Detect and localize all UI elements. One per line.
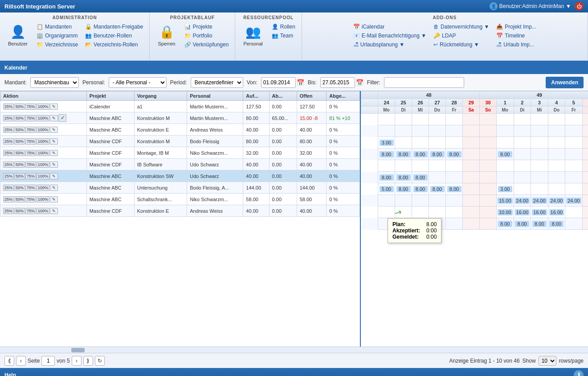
hscroll-bar[interactable] (0, 347, 588, 353)
ribbon-link-urlaub-imp[interactable]: 🏖 Urlaub Imp... (494, 41, 538, 49)
btn-100[interactable]: 100% (37, 127, 49, 133)
filter-input[interactable] (384, 77, 464, 88)
btn-50[interactable]: 50% (14, 103, 25, 110)
edit-button[interactable]: ✎ (50, 127, 58, 133)
refresh-button[interactable]: ↻ (95, 356, 105, 366)
btn-50[interactable]: 50% (14, 138, 25, 145)
btn-50[interactable]: 50% (14, 196, 25, 202)
btn-25[interactable]: 25% (3, 103, 14, 110)
table-row[interactable]: 25% 50% 75% 100% ✎Maschine ABCSchaltschr… (0, 194, 360, 205)
btn-100[interactable]: 100% (37, 185, 49, 191)
next-page-button[interactable]: › (72, 356, 82, 366)
btn-50[interactable]: 50% (14, 127, 25, 133)
table-row[interactable]: 25% 50% 75% 100% ✎✓Maschine ABCKonstrukt… (0, 112, 360, 124)
btn-25[interactable]: 25% (3, 150, 14, 156)
table-wrapper[interactable]: Aktion Projekt Vorgang Personal Auf... A… (0, 91, 360, 347)
ribbon-item-benutzer[interactable]: 👤 Benutzer (4, 23, 31, 48)
btn-75[interactable]: 75% (25, 185, 36, 191)
edit-button[interactable]: ✎ (50, 173, 58, 179)
btn-25[interactable]: 25% (3, 185, 14, 191)
ribbon-item-sperren[interactable]: 🔒 Sperren (154, 23, 179, 48)
ribbon-link-projekt-imp[interactable]: 📥 Projekt Imp... (494, 23, 538, 31)
first-page-button[interactable]: ⟪ (4, 356, 14, 366)
btn-100[interactable]: 100% (37, 103, 49, 110)
btn-25[interactable]: 25% (3, 208, 14, 214)
btn-100[interactable]: 100% (37, 208, 49, 214)
edit-button[interactable]: ✎ (50, 196, 58, 202)
edit-button[interactable]: ✎ (50, 150, 58, 156)
table-row[interactable]: 25% 50% 75% 100% ✎Maschine CDFIB Softwar… (0, 159, 360, 170)
page-number-input[interactable] (41, 356, 55, 366)
edit-button[interactable]: ✎ (50, 161, 58, 168)
hscroll-thumb[interactable] (71, 348, 85, 352)
btn-25[interactable]: 25% (3, 138, 14, 145)
btn-50[interactable]: 50% (14, 208, 25, 214)
ribbon-link-email[interactable]: 📧 E-Mail Benachrichtigung ▼ (351, 32, 428, 40)
prev-page-button[interactable]: ‹ (16, 356, 26, 366)
mandant-select[interactable]: Maschinenbau (30, 77, 79, 88)
btn-25[interactable]: 25% (3, 196, 14, 202)
table-row[interactable]: 25% 50% 75% 100% ✎Maschine CDFKonstrukti… (0, 205, 360, 217)
edit-button[interactable]: ✎ (50, 138, 58, 145)
btn-100[interactable]: 100% (37, 196, 49, 202)
btn-75[interactable]: 75% (25, 115, 36, 121)
btn-100[interactable]: 100% (37, 161, 49, 168)
period-select[interactable]: Benutzerdefinier (191, 77, 243, 88)
btn-75[interactable]: 75% (25, 138, 36, 145)
ribbon-link-verzeichnis-rollen[interactable]: 📂 Verzeichnis-Rollen (83, 41, 145, 49)
btn-25[interactable]: 25% (3, 161, 14, 168)
power-button[interactable]: ⏻ (575, 2, 584, 11)
ribbon-link-urlaubsplanung[interactable]: 🏖 Urlaubsplanung ▼ (351, 41, 428, 49)
bis-input[interactable] (320, 77, 355, 88)
calendar-area[interactable]: 484924252627282930123456MoDiMiDoFrSaSoMo… (361, 91, 588, 347)
btn-75[interactable]: 75% (25, 196, 36, 202)
btn-25[interactable]: 25% (3, 115, 14, 121)
btn-50[interactable]: 50% (14, 150, 25, 156)
btn-25[interactable]: 25% (3, 127, 14, 133)
ribbon-link-mandanten-freigabe[interactable]: 🔓 Mandanten-Freigabe (83, 23, 145, 31)
ribbon-link-rueckmeldung[interactable]: ↩ Rückmeldung ▼ (432, 41, 491, 49)
btn-100[interactable]: 100% (37, 138, 49, 145)
table-row[interactable]: 25% 50% 75% 100% ✎Maschine ABCKonstrukti… (0, 170, 360, 182)
btn-100[interactable]: 100% (37, 150, 49, 156)
ribbon-link-datenvernichtung[interactable]: 🗑 Datenvernichtung ▼ (432, 23, 491, 31)
ribbon-link-projekte[interactable]: 📊 Projekte (183, 23, 231, 31)
table-row[interactable]: 25% 50% 75% 100% ✎Maschine CDFMontage, I… (0, 147, 360, 159)
btn-100[interactable]: 100% (37, 115, 49, 121)
edit-button[interactable]: ✎ (50, 115, 58, 121)
btn-75[interactable]: 75% (25, 173, 36, 179)
btn-75[interactable]: 75% (25, 208, 36, 214)
last-page-button[interactable]: ⟫ (83, 356, 93, 366)
edit-button[interactable]: ✎ (50, 185, 58, 191)
bis-calendar-icon[interactable]: 📅 (356, 79, 363, 86)
ribbon-link-benutzer-rollen[interactable]: 👥 Benutzer-Rollen (83, 32, 145, 40)
btn-75[interactable]: 75% (25, 127, 36, 133)
table-row[interactable]: 25% 50% 75% 100% ✎Maschine ABCUntersuchu… (0, 182, 360, 194)
ribbon-link-rollen[interactable]: 👤 Rollen (270, 23, 297, 31)
user-menu[interactable]: 👤 Benutzer:Admin AdminMan ▼ (490, 2, 571, 10)
table-row[interactable]: 25% 50% 75% 100% ✎iCalendera1Martin Must… (0, 101, 360, 112)
edit-button[interactable]: ✎ (50, 103, 58, 110)
ribbon-link-mandanten[interactable]: 📋 Mandanten (35, 23, 80, 31)
ribbon-item-personal[interactable]: 👥 Personal (240, 23, 266, 48)
personal-select[interactable]: - Alle Personal - (109, 77, 167, 88)
btn-75[interactable]: 75% (25, 103, 36, 110)
btn-50[interactable]: 50% (14, 173, 25, 179)
edit-button[interactable]: ✎ (50, 208, 58, 214)
ribbon-link-timeline[interactable]: 📅 Timeline (494, 32, 538, 40)
btn-25[interactable]: 25% (3, 173, 14, 179)
help-info-button[interactable]: ℹ (574, 370, 584, 376)
btn-50[interactable]: 50% (14, 115, 25, 121)
ribbon-link-verknuepfungen[interactable]: 🔗 Verknüpfungen (183, 41, 231, 49)
von-input[interactable] (261, 77, 296, 88)
btn-50[interactable]: 50% (14, 185, 25, 191)
ribbon-link-ldap[interactable]: 🔑 LDAP (432, 32, 491, 40)
table-row[interactable]: 25% 50% 75% 100% ✎Maschine ABCKonstrukti… (0, 124, 360, 136)
check-button[interactable]: ✓ (58, 114, 66, 122)
btn-75[interactable]: 75% (25, 161, 36, 168)
ribbon-link-organigramm[interactable]: 🏢 Organigramm (35, 32, 80, 40)
ribbon-link-portfolio[interactable]: 📁 Portfolio (183, 32, 231, 40)
btn-50[interactable]: 50% (14, 161, 25, 168)
ribbon-link-team[interactable]: 👥 Team (270, 32, 297, 40)
btn-100[interactable]: 100% (37, 173, 49, 179)
